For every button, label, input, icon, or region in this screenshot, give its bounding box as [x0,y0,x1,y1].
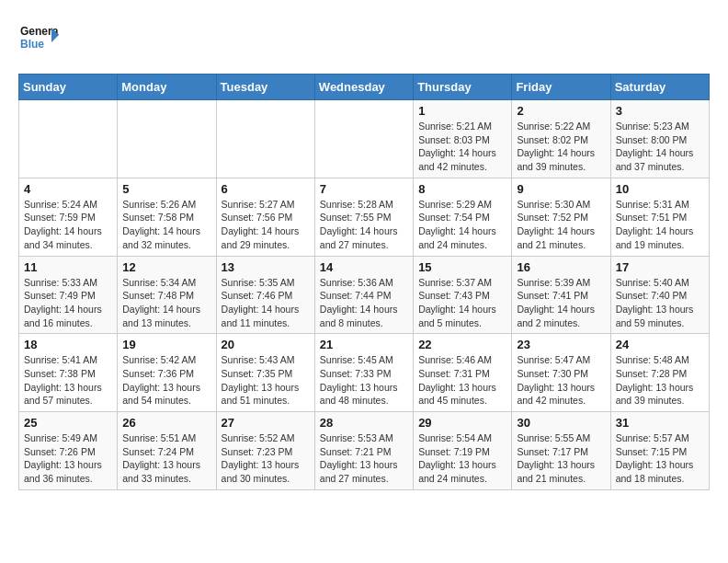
calendar-cell: 2Sunrise: 5:22 AMSunset: 8:02 PMDaylight… [512,100,610,178]
day-number: 13 [222,260,310,274]
calendar-week-row: 11Sunrise: 5:33 AMSunset: 7:49 PMDayligh… [19,256,710,334]
day-info: Sunrise: 5:43 AMSunset: 7:35 PMDaylight:… [222,353,310,408]
calendar-cell: 22Sunrise: 5:46 AMSunset: 7:31 PMDayligh… [414,334,512,412]
day-number: 30 [517,416,605,430]
calendar-cell: 23Sunrise: 5:47 AMSunset: 7:30 PMDayligh… [512,334,610,412]
weekday-header-tuesday: Tuesday [216,75,314,100]
calendar-cell: 13Sunrise: 5:35 AMSunset: 7:46 PMDayligh… [216,256,314,334]
day-number: 7 [320,182,408,196]
day-number: 25 [24,416,112,430]
day-info: Sunrise: 5:47 AMSunset: 7:30 PMDaylight:… [517,353,605,408]
calendar-cell: 28Sunrise: 5:53 AMSunset: 7:21 PMDayligh… [314,412,413,490]
day-number: 5 [122,182,210,196]
day-number: 27 [222,416,310,430]
day-info: Sunrise: 5:53 AMSunset: 7:21 PMDaylight:… [320,431,408,486]
day-info: Sunrise: 5:57 AMSunset: 7:15 PMDaylight:… [616,431,704,486]
calendar-cell: 17Sunrise: 5:40 AMSunset: 7:40 PMDayligh… [610,256,709,334]
svg-text:Blue: Blue [20,38,44,51]
calendar-cell: 30Sunrise: 5:55 AMSunset: 7:17 PMDayligh… [512,412,610,490]
day-number: 11 [24,260,112,274]
calendar-cell: 9Sunrise: 5:30 AMSunset: 7:52 PMDaylight… [512,178,610,256]
day-info: Sunrise: 5:23 AMSunset: 8:00 PMDaylight:… [616,120,704,174]
day-info: Sunrise: 5:26 AMSunset: 7:58 PMDaylight:… [122,198,210,252]
calendar-cell: 5Sunrise: 5:26 AMSunset: 7:58 PMDaylight… [118,178,216,256]
calendar-cell: 14Sunrise: 5:36 AMSunset: 7:44 PMDayligh… [314,256,413,334]
day-info: Sunrise: 5:24 AMSunset: 7:59 PMDaylight:… [24,198,112,252]
calendar-week-row: 18Sunrise: 5:41 AMSunset: 7:38 PMDayligh… [19,334,710,412]
day-info: Sunrise: 5:35 AMSunset: 7:46 PMDaylight:… [222,276,310,330]
calendar-cell: 21Sunrise: 5:45 AMSunset: 7:33 PMDayligh… [314,334,413,412]
day-number: 12 [122,260,210,274]
day-info: Sunrise: 5:27 AMSunset: 7:56 PMDaylight:… [222,198,310,252]
day-number: 21 [320,338,408,351]
day-info: Sunrise: 5:36 AMSunset: 7:44 PMDaylight:… [320,276,408,330]
day-info: Sunrise: 5:29 AMSunset: 7:54 PMDaylight:… [418,198,506,252]
day-info: Sunrise: 5:30 AMSunset: 7:52 PMDaylight:… [517,198,605,252]
weekday-header-row: SundayMondayTuesdayWednesdayThursdayFrid… [19,75,710,100]
calendar-cell: 10Sunrise: 5:31 AMSunset: 7:51 PMDayligh… [610,178,709,256]
day-number: 31 [616,416,704,430]
day-number: 2 [517,104,605,118]
day-info: Sunrise: 5:41 AMSunset: 7:38 PMDaylight:… [24,353,112,408]
day-number: 29 [418,416,506,430]
calendar-week-row: 1Sunrise: 5:21 AMSunset: 8:03 PMDaylight… [19,100,710,178]
day-info: Sunrise: 5:33 AMSunset: 7:49 PMDaylight:… [24,276,112,330]
day-info: Sunrise: 5:39 AMSunset: 7:41 PMDaylight:… [517,276,605,330]
day-number: 24 [616,338,704,351]
day-number: 16 [517,260,605,274]
day-info: Sunrise: 5:37 AMSunset: 7:43 PMDaylight:… [418,276,506,330]
day-info: Sunrise: 5:55 AMSunset: 7:17 PMDaylight:… [517,431,605,486]
calendar-cell: 15Sunrise: 5:37 AMSunset: 7:43 PMDayligh… [414,256,512,334]
day-info: Sunrise: 5:22 AMSunset: 8:02 PMDaylight:… [517,120,605,174]
day-info: Sunrise: 5:40 AMSunset: 7:40 PMDaylight:… [616,276,704,330]
day-info: Sunrise: 5:21 AMSunset: 8:03 PMDaylight:… [418,120,506,174]
calendar-cell: 4Sunrise: 5:24 AMSunset: 7:59 PMDaylight… [19,178,118,256]
day-info: Sunrise: 5:49 AMSunset: 7:26 PMDaylight:… [24,431,112,486]
day-number: 20 [222,338,310,351]
day-number: 10 [616,182,704,196]
calendar-body: 1Sunrise: 5:21 AMSunset: 8:03 PMDaylight… [19,100,710,490]
calendar-cell: 25Sunrise: 5:49 AMSunset: 7:26 PMDayligh… [19,412,118,490]
day-info: Sunrise: 5:51 AMSunset: 7:24 PMDaylight:… [122,431,210,486]
calendar-cell [19,100,118,178]
calendar-cell: 24Sunrise: 5:48 AMSunset: 7:28 PMDayligh… [610,334,709,412]
day-number: 26 [122,416,210,430]
calendar-cell: 3Sunrise: 5:23 AMSunset: 8:00 PMDaylight… [610,100,709,178]
day-info: Sunrise: 5:28 AMSunset: 7:55 PMDaylight:… [320,198,408,252]
day-info: Sunrise: 5:42 AMSunset: 7:36 PMDaylight:… [122,353,210,408]
day-number: 8 [418,182,506,196]
day-number: 22 [418,338,506,351]
calendar-cell: 26Sunrise: 5:51 AMSunset: 7:24 PMDayligh… [118,412,216,490]
calendar-header: SundayMondayTuesdayWednesdayThursdayFrid… [19,75,710,100]
day-number: 4 [24,182,112,196]
day-number: 15 [418,260,506,274]
logo: General Blue [18,18,59,59]
calendar-table: SundayMondayTuesdayWednesdayThursdayFrid… [18,74,710,490]
day-number: 17 [616,260,704,274]
calendar-cell [216,100,314,178]
calendar-cell: 19Sunrise: 5:42 AMSunset: 7:36 PMDayligh… [118,334,216,412]
day-number: 28 [320,416,408,430]
weekday-header-friday: Friday [512,75,610,100]
weekday-header-wednesday: Wednesday [314,75,413,100]
weekday-header-thursday: Thursday [414,75,512,100]
day-number: 1 [418,104,506,118]
calendar-cell: 7Sunrise: 5:28 AMSunset: 7:55 PMDaylight… [314,178,413,256]
calendar-cell: 27Sunrise: 5:52 AMSunset: 7:23 PMDayligh… [216,412,314,490]
calendar-week-row: 4Sunrise: 5:24 AMSunset: 7:59 PMDaylight… [19,178,710,256]
day-info: Sunrise: 5:52 AMSunset: 7:23 PMDaylight:… [222,431,310,486]
day-number: 18 [24,338,112,351]
day-number: 14 [320,260,408,274]
calendar-cell: 20Sunrise: 5:43 AMSunset: 7:35 PMDayligh… [216,334,314,412]
calendar-cell: 11Sunrise: 5:33 AMSunset: 7:49 PMDayligh… [19,256,118,334]
page-header: General Blue [18,18,710,59]
calendar-cell: 8Sunrise: 5:29 AMSunset: 7:54 PMDaylight… [414,178,512,256]
logo-icon: General Blue [18,18,59,59]
weekday-header-sunday: Sunday [19,75,118,100]
day-info: Sunrise: 5:46 AMSunset: 7:31 PMDaylight:… [418,353,506,408]
day-number: 19 [122,338,210,351]
day-info: Sunrise: 5:31 AMSunset: 7:51 PMDaylight:… [616,198,704,252]
weekday-header-monday: Monday [118,75,216,100]
day-number: 6 [222,182,310,196]
calendar-cell: 18Sunrise: 5:41 AMSunset: 7:38 PMDayligh… [19,334,118,412]
